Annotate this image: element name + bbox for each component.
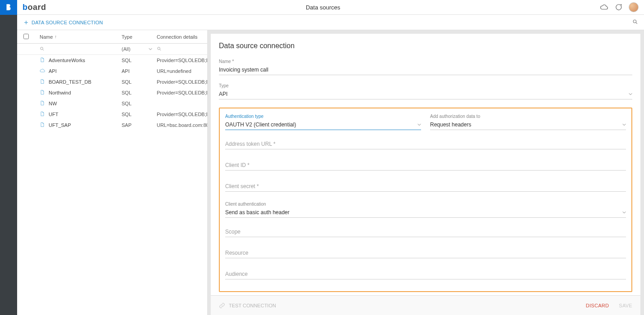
file-icon: [40, 100, 45, 107]
type-select[interactable]: API: [219, 89, 632, 99]
discard-button[interactable]: DISCARD: [586, 303, 609, 308]
table-filter-row: (All): [17, 44, 207, 55]
row-name: BOARD_TEST_DB: [49, 79, 91, 85]
row-type: SQL: [122, 58, 157, 63]
audience-input[interactable]: [225, 268, 626, 279]
row-name: NW: [49, 101, 57, 106]
row-name: Northwind: [49, 90, 71, 95]
link-icon: [219, 302, 225, 309]
brand: board: [23, 3, 46, 12]
row-type: SQL: [122, 79, 157, 85]
type-field: Type API: [219, 83, 632, 99]
row-type: SQL: [122, 90, 157, 95]
cloud-icon: [40, 68, 45, 74]
chat-icon[interactable]: [614, 3, 622, 11]
chevron-down-icon: [622, 123, 626, 126]
top-bar: board Data sources: [0, 0, 644, 15]
client-secret-input[interactable]: [225, 180, 626, 192]
cloud-icon[interactable]: [600, 3, 608, 11]
type-label: Type: [219, 83, 632, 88]
data-source-table: Name↑ Type Connection details (All) Adve…: [17, 30, 207, 315]
add-auth-field: Add authorization data to Request header…: [430, 114, 626, 130]
name-field: Name: [219, 59, 632, 75]
file-icon: [40, 90, 45, 96]
name-label: Name: [219, 59, 632, 64]
client-auth-select[interactable]: Send as basic auth header: [225, 207, 626, 218]
table-row[interactable]: NWSQL: [17, 98, 207, 109]
global-search-button[interactable]: [632, 19, 644, 26]
logo-square[interactable]: [0, 0, 17, 15]
select-all-checkbox[interactable]: [23, 34, 29, 39]
row-details: URL=bsc.board.com:8098: [157, 122, 207, 128]
avatar[interactable]: [629, 2, 639, 12]
audience-field: [225, 268, 626, 279]
row-details: Provider=SQLOLEDB;Data: [157, 90, 207, 95]
row-details: URL=undefined: [157, 68, 207, 74]
table-row[interactable]: NorthwindSQLProvider=SQLOLEDB;Data: [17, 87, 207, 98]
svg-point-5: [41, 47, 43, 50]
client-id-input[interactable]: [225, 159, 626, 171]
sort-asc-icon: ↑: [54, 34, 57, 39]
chevron-down-icon: [622, 211, 626, 214]
row-type: SQL: [122, 101, 157, 106]
svg-point-6: [158, 47, 160, 50]
resource-input[interactable]: [225, 247, 626, 258]
row-name: API: [49, 68, 57, 74]
brand-b: b: [23, 3, 28, 12]
col-name[interactable]: Name↑: [35, 34, 122, 40]
table-header: Name↑ Type Connection details: [17, 30, 207, 44]
table-row[interactable]: AdventureWorksSQLProvider=SQLOLEDB;Data: [17, 55, 207, 66]
table-row[interactable]: APIAPIURL=undefined: [17, 66, 207, 76]
file-icon: [40, 122, 45, 128]
row-name: UFT: [49, 112, 58, 117]
row-name: UFT_SAP: [49, 122, 71, 128]
logo-b-icon: [5, 3, 13, 11]
detail-panel-outer: Data source connection Name Type API: [207, 30, 644, 315]
chevron-down-icon: [629, 92, 632, 96]
panel-title: Data source connection: [219, 42, 632, 50]
auth-type-label: Authentication type: [225, 114, 421, 119]
file-icon: [40, 111, 45, 117]
scope-input[interactable]: [225, 226, 626, 237]
left-sidebar: [0, 15, 17, 315]
add-data-source-button[interactable]: DATA SOURCE CONNECTION: [17, 20, 109, 25]
client-auth-label: Client authentication: [225, 202, 626, 207]
type-filter-select[interactable]: (All): [122, 46, 157, 52]
panel-body: Data source connection Name Type API: [211, 34, 640, 295]
action-row: DATA SOURCE CONNECTION: [0, 15, 644, 30]
row-details: Provider=SQLOLEDB;Data: [157, 79, 207, 85]
add-auth-label: Add authorization data to: [430, 114, 626, 119]
name-input[interactable]: [219, 65, 632, 75]
table-row[interactable]: UFTSQLProvider=SQLOLEDB;Data: [17, 109, 207, 120]
svg-point-4: [633, 20, 636, 23]
col-type[interactable]: Type: [122, 34, 157, 40]
row-name: AdventureWorks: [49, 58, 85, 63]
row-type: API: [122, 68, 157, 74]
row-details: Provider=SQLOLEDB;Data: [157, 58, 207, 63]
search-icon[interactable]: [40, 46, 45, 52]
chevron-down-icon: [149, 47, 152, 51]
auth-highlight-box: Authentication type OAUTH V2 (Client cre…: [219, 108, 632, 292]
main-content: Name↑ Type Connection details (All) Adve…: [17, 30, 644, 315]
test-connection-button[interactable]: TEST CONNECTION: [219, 302, 276, 309]
add-auth-select[interactable]: Request headers: [430, 120, 626, 130]
row-type: SAP: [122, 122, 157, 128]
token-url-input[interactable]: [225, 138, 626, 149]
search-icon[interactable]: [157, 47, 162, 52]
file-icon: [40, 79, 45, 85]
client-secret-field: [225, 180, 626, 192]
resource-field: [225, 247, 626, 258]
token-url-field: [225, 138, 626, 149]
scope-field: [225, 226, 626, 237]
auth-type-select[interactable]: OAUTH V2 (Client credential): [225, 120, 421, 130]
panel-footer: TEST CONNECTION DISCARD SAVE: [211, 295, 640, 315]
table-row[interactable]: BOARD_TEST_DBSQLProvider=SQLOLEDB;Data: [17, 76, 207, 87]
client-auth-field: Client authentication Send as basic auth…: [225, 202, 626, 218]
col-details[interactable]: Connection details: [157, 34, 207, 40]
client-id-field: [225, 159, 626, 171]
row-details: Provider=SQLOLEDB;Data: [157, 112, 207, 117]
table-row[interactable]: UFT_SAPSAPURL=bsc.board.com:8098: [17, 120, 207, 130]
auth-type-field: Authentication type OAUTH V2 (Client cre…: [225, 114, 421, 130]
chevron-down-icon: [417, 123, 421, 126]
save-button[interactable]: SAVE: [619, 303, 632, 308]
